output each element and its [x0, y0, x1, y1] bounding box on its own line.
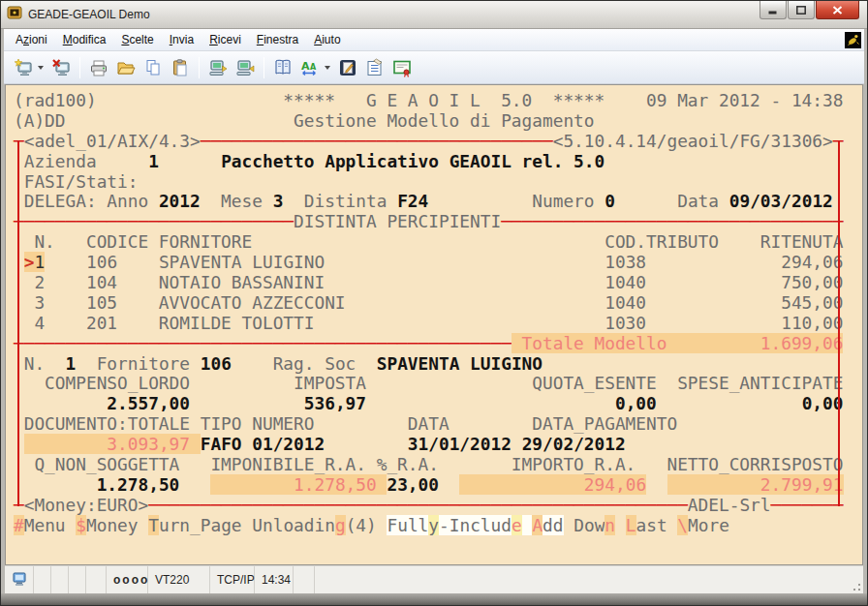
license-certificate-button[interactable] — [388, 55, 416, 80]
svg-text:A: A — [301, 59, 310, 72]
terminal-segment: 106 — [201, 353, 232, 374]
terminal-segment — [366, 393, 615, 413]
status-vt220-cell: VT220 — [148, 566, 210, 593]
terminal-segment: # — [14, 515, 24, 535]
receive-from-host-button[interactable] — [232, 55, 259, 80]
terminal-status-icon — [12, 571, 27, 590]
terminal-line: 4 201 ROMILDE TOLOTTI 1030 110,00 — [14, 314, 862, 334]
terminal-segment: <5.10.4.14/geaoil/FG/31306> — [553, 131, 833, 151]
session-close-button[interactable] — [47, 55, 75, 80]
session-new-button[interactable] — [10, 55, 37, 80]
terminal-segment: 1.278,50 — [210, 474, 387, 495]
terminal-segment: 1 — [66, 353, 77, 374]
terminal-segment: Totale Modello 1.699,06 — [512, 333, 844, 353]
menu-modifica[interactable]: Modifica — [55, 30, 114, 49]
terminal-line: 3 105 AVVOCATO AZZECCONI 1040 545,00 — [14, 293, 862, 314]
terminal-segment: DISTINTA PERCIPIENTI — [294, 211, 501, 231]
paste-button[interactable] — [167, 55, 194, 80]
menu-ricevi[interactable]: Ricevi — [202, 30, 249, 49]
menu-azioni[interactable]: Azioni — [8, 30, 55, 49]
terminal-segment: 294,06 — [459, 474, 646, 495]
terminal-segment: ────────────────────────────────────────… — [148, 495, 688, 515]
font-size-button[interactable]: AA — [296, 55, 324, 80]
receive-from-host-icon — [234, 58, 256, 77]
menu-finestra[interactable]: Finestra — [249, 30, 306, 49]
terminal-line: DELEGA: Anno 2012 Mese 3 Distinta F24 Nu… — [14, 192, 862, 212]
terminal-segment: $ — [76, 515, 86, 535]
terminal-segment: \ — [677, 515, 688, 535]
status-empty-cell — [315, 566, 863, 593]
terminal-segment: ─────────────────────────── — [14, 211, 294, 231]
resize-grip[interactable] — [850, 580, 861, 591]
terminal-line: Azienda 1 Pacchetto Applicativo GEAOIL r… — [14, 152, 862, 172]
maximize-button[interactable] — [788, 1, 815, 19]
terminal-segment: 2 104 NOTAIO BASSANINI 1040 750,00 — [14, 272, 843, 292]
terminal-segment: ADEL-Srl — [688, 495, 771, 515]
terminal-segment: 106 SPAVENTA LUIGINO 1038 294,06 — [45, 252, 843, 272]
terminal-segment: <adel_01/AIX/4.3> — [24, 131, 201, 151]
terminal-line: #Menu $Money Turn_Page Unloading(4) Full… — [14, 516, 862, 536]
form-box-right-border — [838, 141, 840, 506]
menu-scelte[interactable]: Scelte — [113, 30, 161, 49]
maximize-icon — [796, 1, 806, 18]
toolbar: AA — [4, 51, 864, 84]
window-title: GEADE-GEAOIL Demo — [28, 8, 150, 21]
terminal-segment — [615, 515, 626, 535]
terminal-segment — [14, 393, 107, 413]
status-text: oooo — [113, 573, 149, 587]
keyboard-map-icon — [272, 58, 294, 77]
terminal-segment: g — [335, 515, 346, 535]
status-connection-cell — [5, 566, 34, 593]
terminal-segment: A — [532, 515, 542, 535]
terminal-line: (A)DD Gestione Modello di Pagamento — [14, 111, 862, 132]
terminal-segment: 3 105 AVVOCATO AZZECCONI 1040 545,00 — [14, 292, 843, 313]
open-folder-button[interactable] — [112, 55, 140, 80]
brand-icon — [845, 32, 861, 48]
close-button[interactable] — [816, 1, 859, 19]
terminal-line: Q_NON_SOGGETTA IMPONIBILE_R.A. %_R.A. IM… — [14, 455, 862, 475]
terminal-segment: 2.799,91 — [667, 474, 844, 495]
terminal-segment: Dow — [564, 515, 605, 535]
form-box-left-border — [17, 141, 19, 506]
title-bar[interactable]: GEADE-GEAOIL Demo — [1, 1, 867, 29]
status-empty-cell — [34, 566, 51, 593]
terminal-segment: Full — [387, 515, 428, 535]
terminal-screen[interactable]: (rad100) ***** G E A O I L 5.0 ***** 09 … — [5, 84, 863, 565]
terminal-segment: ────────────────────────────────── — [201, 131, 553, 151]
status-empty-cell — [51, 566, 69, 593]
notepad-edit-button[interactable] — [334, 55, 361, 80]
minimize-button[interactable] — [760, 1, 787, 19]
session-new-dropdown-icon[interactable] — [38, 66, 44, 70]
terminal-segment: Money — [86, 515, 148, 535]
terminal-line: ─<adel_01/AIX/4.3>──────────────────────… — [14, 132, 862, 152]
keyboard-map-button[interactable] — [269, 55, 296, 80]
terminal-segment: (4) — [346, 515, 388, 535]
terminal-line: ─<Money:EURO>───────────────────────────… — [14, 496, 862, 516]
terminal-line: DOCUMENTO:TOTALE TIPO NUMERO DATA DATA_P… — [14, 414, 862, 435]
terminal-line: COMPENSO_LORDO IMPOSTA QUOTA_ESENTE SPES… — [14, 374, 862, 394]
close-icon — [832, 1, 843, 18]
font-size-dropdown-icon[interactable] — [325, 66, 330, 70]
terminal-segment — [439, 474, 459, 495]
minimize-icon — [768, 1, 778, 18]
menu-aiuto[interactable]: Aiuto — [306, 30, 348, 49]
terminal-line: N. 1 Fornitore 106 Rag. Soc SPAVENTA LUI… — [14, 354, 862, 375]
print-button[interactable] — [85, 55, 112, 80]
copy-button[interactable] — [140, 55, 167, 80]
session-properties-icon — [364, 58, 386, 77]
menu-invia[interactable]: Invia — [162, 30, 202, 49]
font-size-icon: AA — [299, 58, 321, 77]
session-properties-button[interactable] — [361, 55, 388, 80]
terminal-segment: Numero — [428, 191, 604, 211]
toolbar-separator — [199, 57, 200, 78]
send-to-host-button[interactable] — [204, 55, 232, 80]
terminal-segment: SPAVENTA LUIGINO — [377, 353, 542, 374]
window-bottom-frame — [1, 593, 867, 605]
terminal-segment: More — [688, 515, 729, 535]
status-empty-cell — [86, 566, 107, 593]
copy-icon — [142, 58, 164, 77]
terminal-segment: N. — [14, 353, 66, 374]
terminal-segment — [14, 474, 97, 495]
terminal-segment: 0 — [604, 191, 615, 211]
status-tcp-ip-cell: TCP/IP — [210, 566, 255, 593]
